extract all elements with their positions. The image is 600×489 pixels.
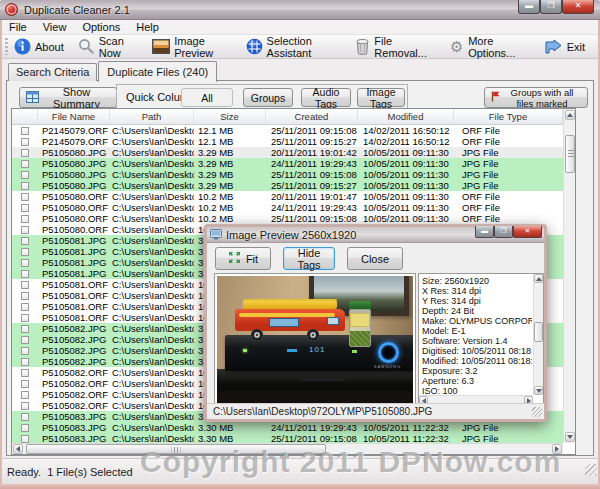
row-checkbox[interactable] [21,237,29,245]
cell-path: C:\Users\Ian\Desktop\V... [110,334,194,345]
row-checkbox[interactable] [21,226,29,234]
row-checkbox[interactable] [21,336,29,344]
toolbar-exit[interactable]: Exit [545,38,585,56]
table-row[interactable]: P2145079.ORF C:\Users\Ian\Desktop\p... 1… [12,125,563,136]
header-file-name[interactable]: File Name [38,109,110,124]
table-row[interactable]: P5105080.JPG C:\Users\Ian\Desktop\p... 3… [12,180,563,191]
tag-line: Depth: 24 Bit [422,306,532,316]
dialog-minimize-button[interactable]: ▬ [475,226,494,238]
dialog-maximize-button[interactable]: ❐ [494,226,513,238]
table-row[interactable]: P5105080.JPG C:\Users\Ian\Desktop\p... 3… [12,169,563,180]
window-resize-grip[interactable] [585,464,597,476]
row-checkbox[interactable] [21,435,29,443]
menubar: File View Options Help [1,20,599,35]
tags-scroll-thumb[interactable] [534,322,543,342]
fit-button[interactable]: Fit [215,247,271,270]
show-summary-button[interactable]: Show Summary [19,87,117,108]
close-button[interactable]: ✕ [562,0,594,14]
row-checkbox[interactable] [21,138,29,146]
row-checkbox[interactable] [21,259,29,267]
tags-scroll-down-arrow[interactable] [534,386,543,395]
toolbar-file-removal[interactable]: File Removal... [355,35,435,59]
tags-scroll-up-arrow[interactable] [534,274,543,283]
tag-line: ISO: 100 [422,386,532,395]
minimize-button[interactable]: ▬ [518,0,540,14]
table-row[interactable]: P5105083.JPG C:\Users\Ian\Desktop\V... 3… [12,422,563,433]
row-checkbox[interactable] [21,380,29,388]
row-checkbox[interactable] [21,171,29,179]
quick-image-tags-button[interactable]: Image Tags [357,88,405,107]
table-row[interactable]: P5105080.ORF C:\Users\Ian\Desktop\p... 1… [12,213,563,224]
row-checkbox[interactable] [21,160,29,168]
row-checkbox[interactable] [21,369,29,377]
row-checkbox[interactable] [21,193,29,201]
table-row[interactable]: P2145079.ORF C:\Users\Ian\Desktop\p... 1… [12,136,563,147]
toolbar-about[interactable]: About [13,38,64,56]
row-checkbox[interactable] [21,182,29,190]
scroll-left-arrow[interactable] [13,444,23,454]
cell-file-type: JPG File [454,433,563,443]
groups-marked-button[interactable]: Groups with all files marked [484,87,588,108]
tab-search-criteria[interactable]: Search Criteria [8,63,97,81]
row-checkbox[interactable] [21,358,29,366]
dialog-resize-grip[interactable] [532,407,542,417]
quick-audio-tags-button[interactable]: Audio Tags [301,88,351,107]
exit-arrow-icon [545,38,563,56]
header-modified[interactable]: Modified [358,109,454,124]
menu-options[interactable]: Options [74,21,128,33]
row-checkbox[interactable] [21,424,29,432]
horizontal-scrollbar[interactable] [12,443,563,454]
quick-all-button[interactable]: All [181,88,233,107]
row-checkbox[interactable] [21,270,29,278]
menu-view[interactable]: View [35,21,75,33]
row-checkbox[interactable] [21,149,29,157]
vertical-scroll-thumb[interactable] [565,135,575,173]
toolbar-selection-assistant[interactable]: Selection Assistant [246,35,342,59]
row-checkbox[interactable] [21,204,29,212]
cell-path: C:\Users\Ian\Desktop\9... [110,191,194,202]
tab-duplicate-files[interactable]: Duplicate Files (240) [98,61,217,82]
vertical-scrollbar[interactable] [563,109,575,443]
cell-path: C:\Users\Ian\Desktop\V... [110,378,194,389]
row-checkbox[interactable] [21,413,29,421]
toolbar-more-options[interactable]: ⚙ More Options... [449,35,530,59]
header-size[interactable]: Size [194,109,266,124]
hide-tags-button[interactable]: Hide Tags [283,247,335,270]
dialog-close-action-button[interactable]: Close [347,247,403,270]
table-row[interactable]: P5105080.ORF C:\Users\Ian\Desktop\V... 1… [12,202,563,213]
cell-path: C:\Users\Ian\Desktop\9... [110,279,194,290]
table-row[interactable]: P5105080.ORF C:\Users\Ian\Desktop\9... 1… [12,191,563,202]
tag-line: X Res: 314 dpi [422,286,532,296]
menu-help[interactable]: Help [128,21,167,33]
table-row[interactable]: P5105080.JPG C:\Users\Ian\Desktop\9... 3… [12,147,563,158]
row-checkbox[interactable] [21,215,29,223]
header-checkbox-column[interactable] [12,109,38,124]
quick-groups-button[interactable]: Groups [243,88,293,107]
tags-vertical-scrollbar[interactable] [533,274,543,395]
row-checkbox[interactable] [21,314,29,322]
maximize-button[interactable]: ❐ [540,0,562,14]
toolbar-scan-now[interactable]: Scan Now [78,35,138,59]
row-checkbox[interactable] [21,402,29,410]
dialog-close-button[interactable]: ✕ [513,226,542,238]
scroll-down-arrow[interactable] [565,432,575,442]
menu-file[interactable]: File [1,21,35,33]
scroll-right-arrow[interactable] [552,444,562,454]
row-checkbox[interactable] [21,248,29,256]
row-checkbox[interactable] [21,303,29,311]
row-checkbox[interactable] [21,281,29,289]
header-path[interactable]: Path [110,109,194,124]
cell-file-name: P5105081.JPG [38,235,110,246]
table-row[interactable]: P5105083.JPG C:\Users\Ian\Desktop\p... 3… [12,433,563,443]
horizontal-scroll-thumb[interactable] [26,444,326,454]
header-file-type[interactable]: File Type [454,109,563,124]
row-checkbox[interactable] [21,391,29,399]
row-checkbox[interactable] [21,347,29,355]
toolbar-image-preview[interactable]: Image Preview [152,35,231,59]
header-created[interactable]: Created [266,109,358,124]
row-checkbox[interactable] [21,292,29,300]
row-checkbox[interactable] [21,127,29,135]
table-row[interactable]: P5105080.JPG C:\Users\Ian\Desktop\V... 3… [12,158,563,169]
row-checkbox[interactable] [21,325,29,333]
scroll-up-arrow[interactable] [565,110,575,120]
